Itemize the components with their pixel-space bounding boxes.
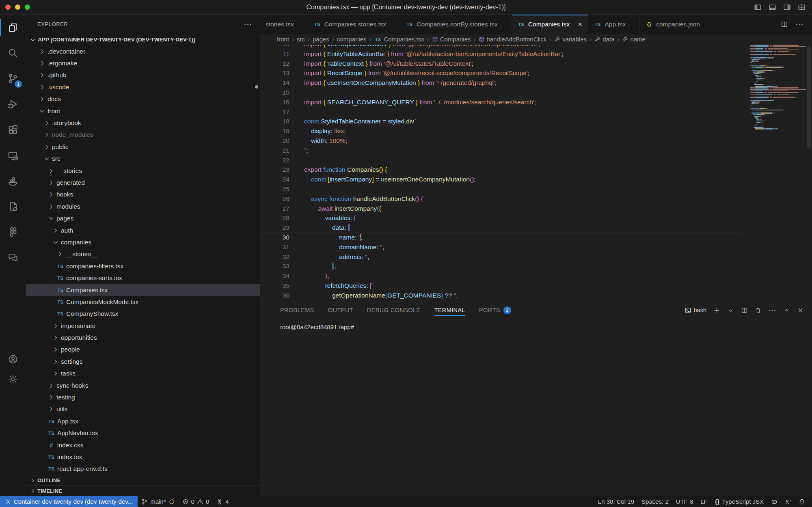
breadcrumb-item[interactable]: Companies bbox=[432, 36, 471, 43]
panel-tab-debug-console[interactable]: DEBUG CONSOLE bbox=[367, 302, 421, 318]
editor-tab[interactable]: stories.tsx bbox=[260, 15, 308, 34]
code-line[interactable]: 14import { useInsertOneCompanyMutation }… bbox=[260, 78, 743, 88]
tree-item[interactable]: TScompanies-filters.tsx bbox=[26, 260, 260, 272]
status-encoding[interactable]: UTF-8 bbox=[672, 496, 697, 507]
split-editor-icon[interactable] bbox=[781, 21, 788, 28]
minimize-window-button[interactable] bbox=[15, 4, 20, 10]
code-line[interactable]: 10import { WithTopBarContainer } from '@… bbox=[260, 45, 743, 49]
tree-item[interactable]: .ergomake bbox=[26, 57, 260, 69]
breadcrumb-item[interactable]: front bbox=[277, 36, 289, 43]
line-number[interactable]: 30 bbox=[260, 233, 304, 242]
status-notifications[interactable] bbox=[795, 496, 809, 507]
tree-item[interactable]: generated bbox=[26, 177, 260, 188]
editor-tab[interactable]: TSCompanies.stories.tsx bbox=[308, 15, 400, 34]
tree-item[interactable]: TSCompanyShow.tsx bbox=[26, 308, 260, 320]
more-actions-icon[interactable]: ⋯ bbox=[795, 19, 804, 29]
line-number[interactable]: 26 bbox=[260, 194, 304, 204]
breadcrumb-item[interactable]: variables bbox=[554, 36, 587, 43]
tree-item[interactable]: hooks bbox=[26, 189, 260, 201]
code-line[interactable]: 30name: '', bbox=[260, 233, 743, 242]
layout-panel-icon[interactable] bbox=[769, 3, 776, 11]
editor-tab[interactable]: TSApp.tsx bbox=[588, 15, 640, 34]
line-number[interactable]: 33 bbox=[260, 261, 304, 271]
line-number[interactable]: 23 bbox=[260, 165, 304, 175]
activity-item-run-debug[interactable] bbox=[0, 91, 26, 117]
tree-item[interactable]: TSCompaniesMockMode.tsx bbox=[26, 296, 260, 308]
code-line[interactable]: 32address: '', bbox=[260, 252, 743, 262]
code-line[interactable]: 22 bbox=[260, 155, 743, 165]
tree-item[interactable]: .github bbox=[26, 69, 260, 81]
line-number[interactable]: 13 bbox=[260, 68, 304, 78]
split-terminal-icon[interactable] bbox=[741, 307, 748, 314]
timeline-section[interactable]: TIMELINE bbox=[26, 485, 260, 496]
code-line[interactable]: 36getOperationName(GET_COMPANIES) ?? '', bbox=[260, 291, 743, 300]
launch-profile-icon[interactable] bbox=[727, 307, 734, 314]
new-terminal-icon[interactable] bbox=[713, 307, 720, 314]
breadcrumb-item[interactable]: handleAddButtonClick bbox=[479, 36, 547, 43]
tree-item[interactable]: TSreact-app-env.d.ts bbox=[26, 463, 260, 475]
close-window-button[interactable] bbox=[5, 4, 11, 10]
kill-terminal-icon[interactable] bbox=[755, 307, 762, 314]
code-editor[interactable]: 10import { WithTopBarContainer } from '@… bbox=[260, 45, 812, 302]
code-line[interactable]: 23export function Companies() { bbox=[260, 165, 743, 175]
activity-item-remote-explorer[interactable] bbox=[0, 142, 26, 168]
activity-item-comments[interactable] bbox=[0, 245, 26, 270]
tree-item[interactable]: sync-hooks bbox=[26, 380, 260, 391]
tree-item[interactable]: TScompanies-sorts.tsx bbox=[26, 272, 260, 284]
tree-item[interactable]: auth bbox=[26, 224, 260, 236]
tree-item[interactable]: __stories__ bbox=[26, 248, 260, 260]
tree-item[interactable]: TSCompanies.tsx bbox=[26, 284, 260, 296]
line-number[interactable]: 21 bbox=[260, 146, 304, 155]
status-forwarded-ports[interactable]: 4 bbox=[213, 496, 232, 507]
code-line[interactable]: 11import { EntityTableActionBar } from '… bbox=[260, 49, 743, 59]
line-number[interactable]: 27 bbox=[260, 204, 304, 214]
layout-sidebar-left-icon[interactable] bbox=[754, 3, 762, 11]
line-number[interactable]: 16 bbox=[260, 97, 304, 107]
tree-item[interactable]: tasks bbox=[26, 368, 260, 380]
views-and-more-actions-icon[interactable]: ⋯ bbox=[244, 19, 252, 29]
breadcrumb-item[interactable]: data bbox=[594, 36, 614, 43]
code-line[interactable]: 34}, bbox=[260, 271, 743, 281]
maximize-panel-icon[interactable] bbox=[783, 307, 790, 314]
line-number[interactable]: 35 bbox=[260, 281, 304, 291]
terminal[interactable]: root@0a42ecd84891:/app# bbox=[260, 318, 812, 496]
tree-item[interactable]: .storybook bbox=[26, 117, 260, 129]
line-number[interactable]: 25 bbox=[260, 184, 304, 194]
code-line[interactable]: 19display: flex; bbox=[260, 126, 743, 136]
panel-tab-problems[interactable]: PROBLEMS bbox=[280, 302, 314, 318]
tree-item[interactable]: people bbox=[26, 344, 260, 356]
tree-item[interactable]: testing bbox=[26, 391, 260, 403]
tree-item[interactable]: __stories__ bbox=[26, 165, 260, 177]
tree-item[interactable]: pages bbox=[26, 212, 260, 224]
tree-item[interactable]: docs bbox=[26, 93, 260, 105]
tree-item[interactable]: companies bbox=[26, 236, 260, 248]
activity-item-dev-containers[interactable] bbox=[0, 194, 26, 219]
activity-item-settings[interactable] bbox=[0, 371, 26, 387]
tree-item[interactable]: #index.css bbox=[26, 439, 260, 451]
panel-tab-ports[interactable]: PORTS1 bbox=[479, 302, 511, 318]
code-line[interactable]: 27await insertCompany({ bbox=[260, 204, 743, 214]
breadcrumb-item[interactable]: name bbox=[622, 36, 646, 43]
line-number[interactable]: 10 bbox=[260, 45, 304, 49]
line-number[interactable]: 28 bbox=[260, 213, 304, 223]
panel-tab-output[interactable]: OUTPUT bbox=[328, 302, 353, 318]
editor-tab[interactable]: TSCompanies.tsx × bbox=[512, 15, 589, 34]
breadcrumb-item[interactable]: TSCompanies.tsx bbox=[374, 36, 424, 43]
code-line[interactable]: 13import { RecoilScope } from '@/ui/util… bbox=[260, 68, 743, 78]
terminal-shell-picker[interactable]: bash bbox=[685, 307, 706, 314]
code-line[interactable]: 25 bbox=[260, 184, 743, 194]
activity-item-search[interactable] bbox=[0, 40, 26, 66]
code-line[interactable]: 24const [insertCompany] = useInsertOneCo… bbox=[260, 175, 743, 184]
tree-item[interactable]: opportunities bbox=[26, 332, 260, 343]
tree-item[interactable]: settings bbox=[26, 356, 260, 367]
tree-item[interactable]: .vscode bbox=[26, 81, 260, 93]
code-line[interactable]: 12import { TableContext } from '@/ui/tab… bbox=[260, 59, 743, 69]
customize-layout-icon[interactable] bbox=[798, 3, 806, 11]
status-cursor-position[interactable]: Ln 30, Col 19 bbox=[594, 496, 638, 507]
zoom-window-button[interactable] bbox=[25, 4, 30, 10]
line-number[interactable]: 17 bbox=[260, 107, 304, 117]
line-number[interactable]: 15 bbox=[260, 88, 304, 97]
status-problems[interactable]: 0 0 bbox=[179, 496, 213, 507]
line-number[interactable]: 18 bbox=[260, 117, 304, 126]
tree-item[interactable]: impersonate bbox=[26, 320, 260, 332]
